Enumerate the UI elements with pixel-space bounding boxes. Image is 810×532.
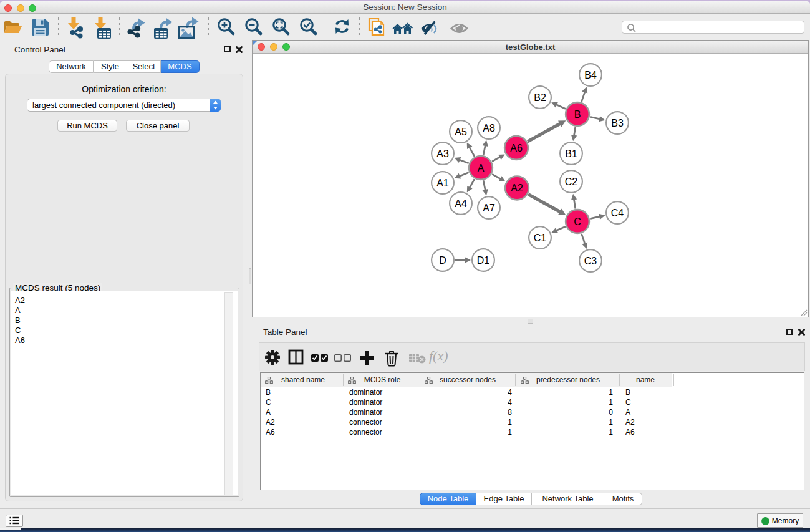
svg-text:A7: A7: [483, 203, 495, 213]
svg-text:A5: A5: [455, 127, 467, 137]
svg-text:A4: A4: [455, 198, 467, 209]
svg-text:C4: C4: [611, 208, 624, 218]
svg-text:C2: C2: [565, 177, 578, 187]
svg-text:A2: A2: [511, 183, 523, 193]
svg-text:D1: D1: [477, 255, 490, 266]
svg-text:B3: B3: [611, 118, 624, 128]
svg-text:B4: B4: [584, 70, 597, 80]
svg-text:A3: A3: [436, 148, 449, 159]
svg-text:A: A: [478, 163, 485, 173]
svg-text:C3: C3: [584, 256, 597, 266]
svg-text:B2: B2: [534, 92, 546, 103]
svg-text:B: B: [574, 109, 581, 120]
svg-text:B1: B1: [565, 148, 577, 159]
svg-text:D: D: [439, 255, 446, 266]
svg-text:A8: A8: [483, 123, 495, 133]
svg-text:A6: A6: [510, 143, 523, 153]
svg-text:C1: C1: [534, 233, 547, 243]
svg-text:A1: A1: [436, 178, 449, 188]
svg-text:C: C: [574, 216, 581, 227]
